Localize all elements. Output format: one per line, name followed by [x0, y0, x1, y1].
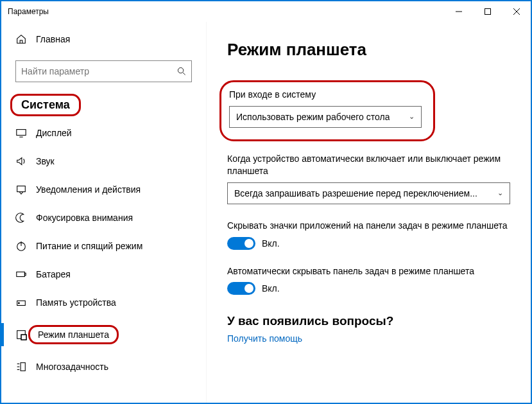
home-icon: [15, 33, 27, 45]
svg-line-5: [183, 73, 185, 75]
focus-icon: [15, 212, 27, 224]
display-icon: [15, 127, 27, 139]
highlight-signin: При входе в систему Использовать режим р…: [219, 80, 435, 141]
sidebar-item-display[interactable]: Дисплей: [1, 119, 206, 147]
sidebar-item-label: Звук: [36, 156, 55, 166]
svg-rect-1: [485, 9, 490, 15]
get-help-link[interactable]: Получить помощь: [227, 333, 510, 344]
search-input[interactable]: [15, 60, 192, 82]
battery-icon: [15, 268, 27, 280]
auto-switch-value: Всегда запрашивать разрешение перед пере…: [234, 188, 477, 198]
signin-mode-label: При входе в систему: [229, 89, 422, 101]
chevron-down-icon: ⌄: [409, 112, 415, 121]
titlebar: Параметры: [1, 1, 531, 22]
svg-rect-6: [17, 130, 26, 136]
sidebar-item-power[interactable]: Питание и спящий режим: [1, 232, 206, 260]
home-label: Главная: [36, 34, 70, 44]
auto-hide-taskbar-label: Автоматически скрывать панель задач в ре…: [227, 265, 510, 277]
tablet-icon: [15, 329, 27, 340]
sidebar-item-label: Уведомления и действия: [36, 184, 141, 195]
sidebar-item-label: Память устройства: [36, 297, 116, 308]
sidebar-item-label: Фокусировка внимания: [36, 213, 133, 223]
svg-rect-12: [24, 273, 26, 276]
chevron-down-icon: ⌄: [497, 189, 503, 197]
home-nav[interactable]: Главная: [1, 27, 206, 51]
search-icon: [177, 67, 186, 76]
sidebar-item-battery[interactable]: Батарея: [1, 260, 206, 288]
sidebar-item-notifications[interactable]: Уведомления и действия: [1, 175, 206, 204]
page-title: Режим планшета: [227, 40, 510, 60]
power-icon: [15, 240, 27, 252]
sidebar-item-label: Дисплей: [36, 128, 72, 138]
search-field[interactable]: [21, 66, 177, 76]
hide-icons-toggle[interactable]: [227, 237, 255, 250]
sidebar-item-label: Батарея: [36, 269, 71, 279]
notification-icon: [15, 184, 27, 195]
sound-icon: [15, 155, 27, 167]
storage-icon: [15, 297, 27, 308]
sidebar-item-tablet-mode[interactable]: Режим планшета: [1, 317, 206, 353]
sidebar-item-storage[interactable]: Память устройства: [1, 288, 206, 317]
section-header-system: Система: [10, 94, 81, 116]
sidebar: Главная Система Дисплей Звук Уведомления…: [1, 22, 207, 403]
sidebar-item-label: Режим планшета: [28, 325, 119, 344]
signin-mode-value: Использовать режим рабочего стола: [236, 112, 390, 122]
sidebar-item-sound[interactable]: Звук: [1, 147, 206, 175]
help-heading: У вас появились вопросы?: [227, 314, 510, 328]
svg-rect-8: [17, 186, 26, 192]
content-pane: Режим планшета При входе в систему Испол…: [207, 22, 531, 403]
svg-rect-21: [21, 363, 25, 371]
signin-mode-select[interactable]: Использовать режим рабочего стола ⌄: [229, 106, 422, 128]
svg-point-14: [19, 303, 20, 304]
hide-icons-state: Вкл.: [262, 238, 280, 249]
auto-switch-label: Когда устройство автоматически включает …: [227, 153, 510, 177]
hide-icons-label: Скрывать значки приложений на панели зад…: [227, 220, 510, 232]
minimize-button[interactable]: [444, 1, 473, 22]
svg-rect-16: [21, 335, 26, 340]
sidebar-item-label: Многозадачность: [36, 362, 108, 372]
svg-point-4: [178, 67, 183, 73]
maximize-button[interactable]: [473, 1, 502, 22]
auto-switch-select[interactable]: Всегда запрашивать разрешение перед пере…: [227, 182, 510, 204]
multitasking-icon: [15, 361, 27, 373]
sidebar-item-multitasking[interactable]: Многозадачность: [1, 353, 206, 381]
auto-hide-taskbar-toggle[interactable]: [227, 282, 255, 295]
window-title: Параметры: [8, 7, 49, 16]
sidebar-item-label: Питание и спящий режим: [36, 241, 142, 251]
close-button[interactable]: [502, 1, 531, 22]
svg-rect-11: [17, 272, 25, 276]
auto-hide-taskbar-state: Вкл.: [262, 283, 280, 294]
sidebar-item-focus[interactable]: Фокусировка внимания: [1, 204, 206, 232]
